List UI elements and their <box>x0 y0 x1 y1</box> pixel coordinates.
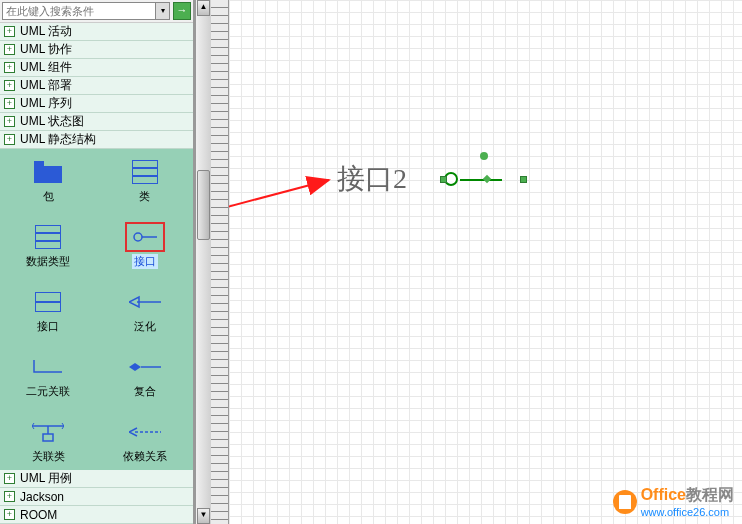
scrollbar-thumb[interactable] <box>197 170 210 240</box>
shape-datatype[interactable]: 数据类型 <box>4 222 93 269</box>
shape-interface-lollipop[interactable]: 接口 <box>101 222 190 269</box>
rotation-handle[interactable] <box>480 152 488 160</box>
scroll-down-icon[interactable]: ▼ <box>197 508 210 524</box>
svg-rect-2 <box>132 160 158 184</box>
search-bar: ▾ → <box>0 0 193 23</box>
search-dropdown[interactable]: ▾ <box>156 2 170 20</box>
expand-icon[interactable]: + <box>4 62 15 73</box>
scroll-up-icon[interactable]: ▲ <box>197 0 210 16</box>
tree-item-uml-sequence[interactable]: +UML 序列 <box>0 95 193 113</box>
shape-package[interactable]: 包 <box>4 157 93 204</box>
tree-item-jackson[interactable]: +Jackson <box>0 488 193 506</box>
lollipop-line <box>460 179 502 181</box>
shape-dependency[interactable]: 依赖关系 <box>101 417 190 464</box>
selection-handle-right[interactable] <box>520 176 527 183</box>
expand-icon[interactable]: + <box>4 26 15 37</box>
watermark-url: www.office26.com <box>641 506 734 518</box>
svg-rect-5 <box>35 225 61 249</box>
svg-rect-18 <box>43 434 53 441</box>
expand-icon[interactable]: + <box>4 98 15 109</box>
shape-assoc-class[interactable]: 关联类 <box>4 417 93 464</box>
shapes-panel: 包 类 数据类型 接口 接口 <box>0 149 193 470</box>
tree-item-uml-deploy[interactable]: +UML 部署 <box>0 77 193 95</box>
search-input[interactable] <box>2 2 156 20</box>
svg-point-8 <box>134 233 142 241</box>
sidebar: ▾ → +UML 活动 +UML 协作 +UML 组件 +UML 部署 +UML… <box>0 0 195 524</box>
expand-icon[interactable]: + <box>4 491 15 502</box>
tree-item-uml-static[interactable]: +UML 静态结构 <box>0 131 193 149</box>
annotation-arrow <box>229 0 742 280</box>
svg-rect-1 <box>34 166 62 183</box>
watermark-icon <box>613 490 637 514</box>
expand-icon[interactable]: + <box>4 116 15 127</box>
watermark: Office教程网 www.office26.com <box>613 485 734 518</box>
svg-marker-14 <box>129 363 141 371</box>
shape-composition[interactable]: 复合 <box>101 352 190 399</box>
expand-icon[interactable]: + <box>4 473 15 484</box>
watermark-brand: Office教程网 <box>641 485 734 506</box>
connect-handle[interactable] <box>483 175 491 183</box>
expand-icon[interactable]: + <box>4 509 15 520</box>
sidebar-scrollbar[interactable]: ▲ ▼ <box>195 0 211 524</box>
drawing-canvas[interactable]: 接口2 Office教程网 www.office26.com <box>229 0 742 524</box>
shape-binary-assoc[interactable]: 二元关联 <box>4 352 93 399</box>
expand-icon[interactable]: + <box>4 80 15 91</box>
shape-interface-box[interactable]: 接口 <box>4 287 93 334</box>
tree-item-uml-collab[interactable]: +UML 协作 <box>0 41 193 59</box>
tree-item-uml-usecase[interactable]: +UML 用例 <box>0 470 193 488</box>
shape-generalization[interactable]: 泛化 <box>101 287 190 334</box>
expand-icon[interactable]: + <box>4 44 15 55</box>
vertical-ruler <box>211 0 229 524</box>
expand-icon[interactable]: + <box>4 134 15 145</box>
tree-top: +UML 活动 +UML 协作 +UML 组件 +UML 部署 +UML 序列 … <box>0 23 193 149</box>
tree-item-room[interactable]: +ROOM <box>0 506 193 524</box>
svg-line-25 <box>229 180 329 225</box>
search-go-button[interactable]: → <box>173 2 191 20</box>
tree-item-uml-activity[interactable]: +UML 活动 <box>0 23 193 41</box>
tree-item-uml-component[interactable]: +UML 组件 <box>0 59 193 77</box>
svg-rect-0 <box>34 161 44 166</box>
shape-class[interactable]: 类 <box>101 157 190 204</box>
tree-item-uml-state[interactable]: +UML 状态图 <box>0 113 193 131</box>
tree-bottom: +UML 用例 +Jackson +ROOM <box>0 470 193 524</box>
selection-handle-left[interactable] <box>440 176 447 183</box>
annotation-label: 接口2 <box>337 160 407 198</box>
canvas-area: 接口2 Office教程网 www.office26.com <box>211 0 742 524</box>
interface-shape-instance[interactable] <box>444 170 524 190</box>
